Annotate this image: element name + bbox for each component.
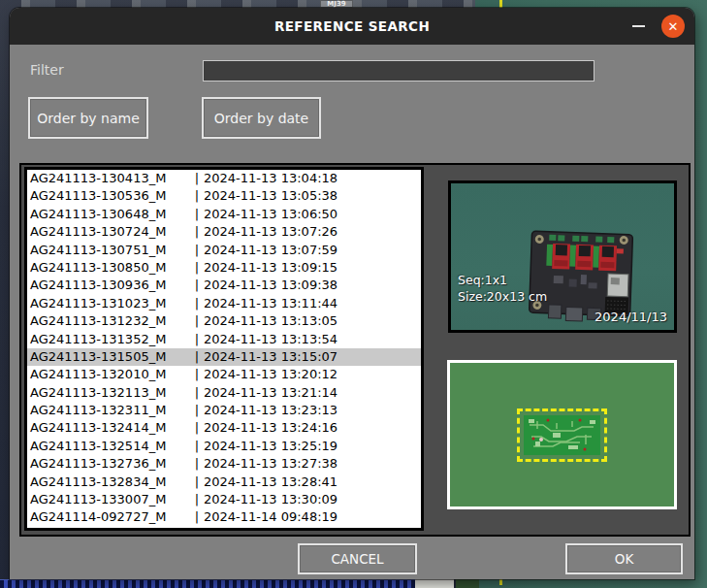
item-name: AG241114-092727_M <box>30 508 190 526</box>
item-name: AG241113-132514_M <box>30 438 190 455</box>
window-title: REFERENCE SEARCH <box>10 8 694 45</box>
list-item[interactable]: AG241113-130936_M|2024-11-13 13:09:38 <box>27 277 421 294</box>
filter-input[interactable] <box>203 60 595 82</box>
item-date: 2024-11-13 13:09:15 <box>204 259 421 277</box>
overlay-sequence: Seq:1x1 <box>458 273 507 287</box>
item-name: AG241113-131352_M <box>30 331 190 348</box>
item-separator: | <box>190 259 204 277</box>
background-connector-strip <box>0 579 417 588</box>
item-date: 2024-11-13 13:24:16 <box>204 419 421 437</box>
list-item[interactable]: AG241113-130536_M|2024-11-13 13:05:38 <box>27 187 421 205</box>
overlay-size: Size:20x13 cm <box>458 289 547 304</box>
order-by-name-button[interactable]: Order by name <box>28 97 148 139</box>
item-date: 2024-11-13 13:13:05 <box>204 312 421 330</box>
order-by-date-button[interactable]: Order by date <box>202 97 321 139</box>
item-separator: | <box>190 295 204 312</box>
overlay-date: 2024/11/13 <box>595 310 667 324</box>
item-date: 2024-11-13 13:13:54 <box>204 331 421 348</box>
item-date: 2024-11-13 13:05:38 <box>204 187 421 205</box>
list-item[interactable]: AG241113-133007_M|2024-11-13 13:30:09 <box>27 491 421 508</box>
reference-search-dialog: REFERENCE SEARCH ✕ Filter Order by name … <box>10 8 694 579</box>
item-name: AG241113-130413_M <box>30 170 190 187</box>
list-item[interactable]: AG241113-130751_M|2024-11-13 13:07:59 <box>27 242 421 259</box>
item-separator: | <box>190 508 204 526</box>
item-date: 2024-11-13 13:07:26 <box>204 223 421 241</box>
background-green-patch <box>456 578 479 588</box>
content-panel: AG241113-130413_M|2024-11-13 13:04:18AG2… <box>19 163 691 537</box>
item-separator: | <box>190 187 204 205</box>
item-date: 2024-11-13 13:25:19 <box>204 438 421 455</box>
item-separator: | <box>190 348 204 366</box>
item-name: AG241113-130648_M <box>30 206 190 223</box>
item-date: 2024-11-13 13:30:09 <box>204 491 421 508</box>
item-separator: | <box>190 277 204 294</box>
list-item[interactable]: AG241113-131352_M|2024-11-13 13:13:54 <box>27 331 421 348</box>
item-name: AG241113-130936_M <box>30 277 190 294</box>
item-separator: | <box>190 242 204 259</box>
item-name: AG241113-130751_M <box>30 242 190 259</box>
item-name: AG241113-133007_M <box>30 491 190 508</box>
list-item[interactable]: AG241113-131023_M|2024-11-13 13:11:44 <box>27 295 421 312</box>
pcb-photo-image <box>525 226 637 323</box>
item-separator: | <box>190 384 204 402</box>
list-item[interactable]: AG241113-131232_M|2024-11-13 13:13:05 <box>27 312 421 330</box>
item-name: AG241113-132010_M <box>30 366 190 383</box>
item-separator: | <box>190 491 204 508</box>
background-chip-label: MJ39 <box>320 0 353 8</box>
list-item[interactable]: AG241113-131505_M|2024-11-13 13:15:07 <box>27 348 421 366</box>
selection-rectangle <box>517 408 607 462</box>
item-date: 2024-11-13 13:28:41 <box>204 474 421 491</box>
list-item[interactable]: AG241113-132414_M|2024-11-13 13:24:16 <box>27 419 421 437</box>
item-name: AG241113-130724_M <box>30 223 190 241</box>
item-date: 2024-11-13 13:07:59 <box>204 242 421 259</box>
item-separator: | <box>190 206 204 223</box>
item-separator: | <box>190 331 204 348</box>
item-date: 2024-11-13 13:21:14 <box>204 384 421 402</box>
item-name: AG241113-132311_M <box>30 402 190 419</box>
titlebar[interactable]: REFERENCE SEARCH ✕ <box>10 8 694 45</box>
scan-preview <box>447 360 677 509</box>
item-name: AG241113-131023_M <box>30 295 190 312</box>
close-button[interactable]: ✕ <box>661 15 685 38</box>
list-item[interactable]: AG241113-132311_M|2024-11-13 13:23:13 <box>27 402 421 419</box>
item-name: AG241113-130536_M <box>30 187 190 205</box>
item-name: AG241113-132414_M <box>30 419 190 437</box>
item-date: 2024-11-13 13:06:50 <box>204 206 421 223</box>
item-separator: | <box>190 402 204 419</box>
background-white-patch <box>415 578 454 588</box>
item-separator: | <box>190 223 204 241</box>
item-date: 2024-11-13 13:20:12 <box>204 366 421 383</box>
item-separator: | <box>190 474 204 491</box>
pcb-scan-traces <box>524 415 600 455</box>
photo-preview: Seq:1x1 Size:20x13 cm 2024/11/13 <box>448 180 677 333</box>
list-item[interactable]: AG241113-130724_M|2024-11-13 13:07:26 <box>27 223 421 241</box>
ok-button[interactable]: OK <box>565 543 683 574</box>
item-name: AG241113-130850_M <box>30 259 190 277</box>
cancel-button[interactable]: CANCEL <box>298 543 417 574</box>
item-name: AG241113-131505_M <box>30 348 190 366</box>
list-item[interactable]: AG241113-132834_M|2024-11-13 13:28:41 <box>27 474 421 491</box>
list-item[interactable]: AG241113-130850_M|2024-11-13 13:09:15 <box>27 259 421 277</box>
item-name: AG241113-131232_M <box>30 312 190 330</box>
item-date: 2024-11-13 13:09:38 <box>204 277 421 294</box>
list-item[interactable]: AG241113-132514_M|2024-11-13 13:25:19 <box>27 438 421 455</box>
list-item[interactable]: AG241113-132010_M|2024-11-13 13:20:12 <box>27 366 421 383</box>
list-item[interactable]: AG241113-130413_M|2024-11-13 13:04:18 <box>27 170 421 187</box>
item-name: AG241113-132736_M <box>30 455 190 473</box>
item-separator: | <box>190 312 204 330</box>
minimize-button[interactable] <box>627 15 650 38</box>
item-separator: | <box>190 170 204 187</box>
item-separator: | <box>190 366 204 383</box>
close-icon: ✕ <box>668 19 679 34</box>
list-item[interactable]: AG241113-130648_M|2024-11-13 13:06:50 <box>27 206 421 223</box>
list-item[interactable]: AG241113-132113_M|2024-11-13 13:21:14 <box>27 384 421 402</box>
item-name: AG241113-132113_M <box>30 384 190 402</box>
item-separator: | <box>190 455 204 473</box>
item-date: 2024-11-13 13:04:18 <box>204 170 421 187</box>
reference-list[interactable]: AG241113-130413_M|2024-11-13 13:04:18AG2… <box>24 167 424 531</box>
item-date: 2024-11-13 13:23:13 <box>204 402 421 419</box>
item-date: 2024-11-13 13:27:38 <box>204 455 421 473</box>
list-item[interactable]: AG241114-092727_M|2024-11-14 09:48:19 <box>27 508 421 526</box>
item-date: 2024-11-14 09:48:19 <box>204 508 421 526</box>
list-item[interactable]: AG241113-132736_M|2024-11-13 13:27:38 <box>27 455 421 473</box>
